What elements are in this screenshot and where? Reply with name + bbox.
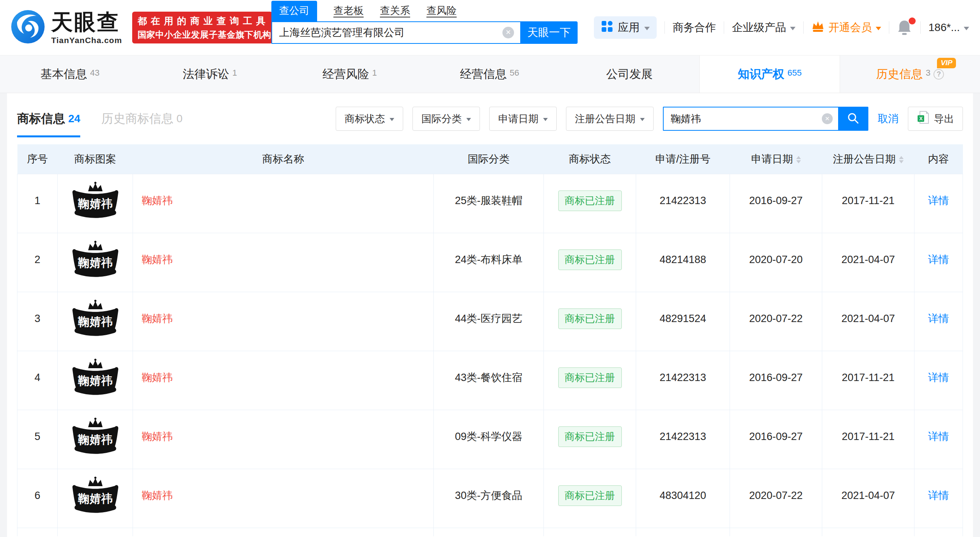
table-header-row: 序号 商标图案 商标名称 国际分类 商标状态 申请/注册号 申请日期 注册公告日… xyxy=(17,144,963,174)
search-tab-relation[interactable]: 查关系 xyxy=(380,4,410,21)
detail-cell: 详情 xyxy=(914,410,963,469)
business-cooperation-link[interactable]: 商务合作 xyxy=(673,20,716,35)
detail-link[interactable]: 详情 xyxy=(928,372,949,383)
publish-date-cell: 2021-04-07 xyxy=(822,469,914,528)
trademark-name-link[interactable]: 鞠婧祎 xyxy=(141,313,173,324)
status-cell: 商标已注册 xyxy=(544,292,636,351)
detail-link[interactable]: 详情 xyxy=(928,313,949,324)
tab-company-development[interactable]: 公司发展 xyxy=(559,55,699,93)
slogan-line2: 国家中小企业发展子基金旗下机构 xyxy=(138,29,267,41)
chevron-down-icon xyxy=(543,118,548,121)
trademark-name-link[interactable]: 鞠婧祎 xyxy=(141,195,173,206)
row-number: 1 xyxy=(17,174,58,233)
filter-trademark-status[interactable]: 商标状态 xyxy=(336,107,403,131)
detail-cell: 详情 xyxy=(914,292,963,351)
apps-menu[interactable]: 应用 xyxy=(594,16,657,39)
search-tab-company[interactable]: 查公司 xyxy=(271,1,317,21)
subtab-history-trademark-info[interactable]: 历史商标信息 0 xyxy=(101,93,183,144)
row-number: 6 xyxy=(17,469,58,528)
trademark-image-cell: 鞠婧祎 xyxy=(58,233,133,292)
clear-search-icon[interactable]: ✕ xyxy=(502,27,514,38)
chevron-down-icon xyxy=(640,118,645,121)
trademark-name-link[interactable]: 鞠婧祎 xyxy=(141,372,173,383)
trademark-search-box: ✕ xyxy=(663,107,868,131)
cancel-search-link[interactable]: 取消 xyxy=(878,112,899,126)
row-number: 5 xyxy=(17,410,58,469)
trademark-search-button[interactable] xyxy=(838,107,868,131)
apply-date-cell: 2020-07-20 xyxy=(730,233,822,292)
account-menu[interactable]: 186*... xyxy=(928,21,969,34)
search-tabs: 查公司 查老板 查关系 查风险 xyxy=(271,3,578,21)
table-row: 2 鞠婧祎 鞠婧祎 2 xyxy=(17,233,963,292)
apply-date-cell: 2016-09-27 xyxy=(730,174,822,233)
detail-link[interactable]: 详情 xyxy=(928,431,949,442)
detail-cell: 详情 xyxy=(914,174,963,233)
sort-apply-date[interactable] xyxy=(796,156,801,163)
header-nav: 应用 商务合作 企业级产品 开通会员 xyxy=(594,16,969,39)
reg-no-cell: 48304120 xyxy=(636,469,730,528)
export-button[interactable]: X 导出 xyxy=(908,107,963,131)
tab-intellectual-property[interactable]: 知识产权 655 xyxy=(699,55,840,93)
trademark-search-input[interactable] xyxy=(664,113,838,125)
trademark-image-cell: 鞠婧祎 xyxy=(58,292,133,351)
search-tab-boss[interactable]: 查老板 xyxy=(333,4,364,21)
company-tabbar: 基本信息 43 法律诉讼 1 经营风险 1 经营信息 56 公司发展 知识产权 … xyxy=(0,55,980,93)
search-tab-risk[interactable]: 查风险 xyxy=(426,4,457,21)
chevron-down-icon xyxy=(644,27,650,30)
trademark-logo-image[interactable]: 鞠婧祎 xyxy=(58,476,133,514)
help-icon[interactable]: ? xyxy=(933,69,944,80)
tab-basic-info[interactable]: 基本信息 43 xyxy=(0,55,140,93)
filter-apply-date[interactable]: 申请日期 xyxy=(489,107,557,131)
search-icon xyxy=(847,112,860,126)
col-status: 商标状态 xyxy=(544,144,636,174)
slogan-banner: 都在用的商业查询工具 国家中小企业发展子基金旗下机构 xyxy=(132,12,273,43)
publish-date-cell: 2017-11-21 xyxy=(822,174,914,233)
col-content: 内容 xyxy=(914,144,963,174)
chevron-down-icon xyxy=(390,118,394,121)
trademark-logo-image[interactable]: 鞠婧祎 xyxy=(58,359,133,397)
company-search-input[interactable] xyxy=(271,21,520,44)
svg-text:鞠婧祎: 鞠婧祎 xyxy=(77,492,113,505)
tianyancha-logo[interactable]: 天眼查 TianYanCha.com xyxy=(11,10,122,45)
tab-operation-risk[interactable]: 经营风险 1 xyxy=(280,55,420,93)
trademark-name-cell: 鞠婧祎 xyxy=(133,410,434,469)
notifications-bell[interactable] xyxy=(897,19,913,36)
row-number: 4 xyxy=(17,351,58,410)
trademark-name-link[interactable]: 鞠婧祎 xyxy=(141,490,173,501)
detail-link[interactable]: 详情 xyxy=(928,254,949,265)
tab-operation-info[interactable]: 经营信息 56 xyxy=(420,55,560,93)
trademark-logo-image[interactable]: 鞠婧祎 xyxy=(58,417,133,456)
table-row: 5 鞠婧祎 鞠婧祎 0 xyxy=(17,410,963,469)
apply-date-cell: 2016-09-27 xyxy=(730,351,822,410)
detail-link[interactable]: 详情 xyxy=(928,195,949,206)
intl-class-cell: 24类-布料床单 xyxy=(434,233,544,292)
trademark-name-link[interactable]: 鞠婧祎 xyxy=(141,431,173,442)
enterprise-products-menu[interactable]: 企业级产品 xyxy=(732,20,795,35)
chevron-down-icon xyxy=(876,27,881,30)
col-apply-date: 申请日期 xyxy=(730,144,822,174)
tab-legal-proceedings[interactable]: 法律诉讼 1 xyxy=(140,55,280,93)
sort-publish-date[interactable] xyxy=(899,156,904,163)
filter-international-class[interactable]: 国际分类 xyxy=(412,107,480,131)
apps-menu-label: 应用 xyxy=(618,20,640,35)
open-vip-menu[interactable]: 开通会员 xyxy=(811,20,881,35)
detail-link[interactable]: 详情 xyxy=(928,490,949,501)
svg-text:鞠婧祎: 鞠婧祎 xyxy=(77,197,113,210)
trademark-logo-image[interactable]: 鞠婧祎 xyxy=(58,241,133,279)
chevron-down-icon xyxy=(964,27,969,30)
row-number: 3 xyxy=(17,292,58,351)
tab-history-info[interactable]: VIP 历史信息 3 ? xyxy=(840,55,980,93)
trademark-logo-image[interactable]: 鞠婧祎 xyxy=(58,300,133,338)
slogan-line1: 都在用的商业查询工具 xyxy=(138,15,267,27)
trademark-logo-image[interactable]: 鞠婧祎 xyxy=(58,182,133,220)
search-submit-button[interactable]: 天眼一下 xyxy=(520,21,578,44)
clear-search-icon[interactable]: ✕ xyxy=(822,113,833,124)
reg-no-cell: 21422313 xyxy=(636,410,730,469)
status-badge: 商标已注册 xyxy=(558,485,622,506)
subtab-trademark-info[interactable]: 商标信息 24 xyxy=(17,93,80,144)
trademark-image-cell: 鞠婧祎 xyxy=(58,174,133,233)
trademark-name-link[interactable]: 鞠婧祎 xyxy=(141,254,173,265)
intl-class-cell: 30类-方便食品 xyxy=(434,469,544,528)
filter-publish-date[interactable]: 注册公告日期 xyxy=(566,107,654,131)
intl-class-cell: 43类-餐饮住宿 xyxy=(434,351,544,410)
